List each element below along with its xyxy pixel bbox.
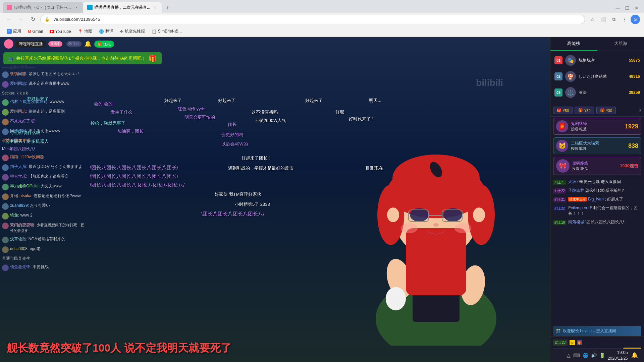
restore-button[interactable]: ❐ — [623, 3, 632, 13]
bookmark-aviation-label: 航空先锋报 — [125, 28, 145, 34]
sg-name-2: 二猫巨伏大喵紊 — [571, 140, 626, 146]
bookmark-star-icon[interactable]: ☆ — [588, 15, 597, 24]
comment-item-1: 幻士21 天涯 0里要开心哦 进入直播间 — [550, 178, 644, 186]
lb-avatar-2: 🍄 — [565, 71, 576, 82]
bookmark-gmail[interactable]: M Gmail — [25, 28, 46, 35]
main-content: 哔哩哔哩直播 直播中 ② 关注 🔔 🎁 送礼 📺 弗拉基米尔马给薯投喂影佐1个盛… — [0, 37, 644, 362]
tray-icon-1[interactable]: △ — [567, 353, 571, 358]
refresh-button[interactable]: ↻ — [28, 15, 38, 24]
gift-btn-50[interactable]: 🎁 ¥50 — [553, 107, 573, 114]
gift-price-1: ¥50 — [563, 109, 569, 113]
tab-1-favicon — [7, 5, 12, 10]
tab-2[interactable]: 哔哩哔哩直播，二次元弹幕直... × — [83, 2, 162, 13]
svg-point-21 — [454, 223, 471, 233]
clock-time: 19:05 — [608, 350, 628, 356]
bookmark-apps-label: 应用 — [13, 28, 21, 34]
forward-button[interactable]: → — [16, 15, 25, 24]
tab-high-energy[interactable]: 高能榜 — [550, 37, 597, 51]
gift-btn-30a[interactable]: 🎁 ¥30 — [575, 107, 594, 114]
big-announcement-text: 舰长数竟然突破了100人 说不定我明天就要死了 — [7, 341, 476, 356]
extensions-icon[interactable]: ⧉ — [609, 15, 619, 24]
expand-gifts-icon[interactable]: › — [639, 107, 641, 114]
bookmark-maps-label: 地图 — [84, 28, 92, 34]
gift-icon-2: 🎁 — [578, 108, 583, 113]
network-icon[interactable]: 🌐 — [583, 353, 588, 358]
sg-avatar-1: 🧧 — [556, 120, 568, 132]
lb-score-1: 55875 — [629, 58, 640, 63]
close-button[interactable]: ✕ — [632, 3, 641, 13]
attention-count: ② 关注 — [66, 41, 82, 47]
scg-info: 鬼咧终绛 投喂 吃瓜 — [572, 161, 617, 171]
gift-button[interactable]: 🎁 送礼 — [94, 41, 114, 48]
special-gift-1: 🧧 鬼咧终绛 投喂 吃瓜 1929 — [553, 118, 641, 135]
system-clock[interactable]: 19:05 2020/11/25 — [608, 350, 628, 361]
bookmark-aviation[interactable]: ✈ 航空先锋报 — [117, 28, 148, 35]
lb-rank-1: 01 — [554, 56, 562, 64]
comment-item-5: 幻士10 雨落樱城 \团长八团长八团长八/ — [550, 218, 644, 227]
scg-name: 鬼咧终绛 — [572, 161, 617, 166]
lb-name-2: しいたけ磨菇菌 — [579, 74, 626, 79]
bookmark-gmail-label: Gmail — [32, 29, 43, 34]
character-svg — [339, 111, 533, 346]
promo-icon: 📺 — [8, 56, 13, 61]
simbrief-icon: 📋 — [152, 29, 157, 34]
tab-fleet[interactable]: 大航海 — [597, 37, 644, 51]
welcome-text: 欢迎舰长 Luvleti... 进入直播间 — [563, 328, 616, 334]
volume-icon[interactable]: 🔊 — [591, 353, 597, 358]
input-row: 幻士23 😊 🎁 — [553, 340, 641, 346]
address-text: live.bilibili.com/21396545 — [52, 17, 100, 22]
bookmark-translate[interactable]: 🌐 翻译 — [96, 28, 116, 35]
aviation-icon: ✈ — [120, 29, 123, 34]
lb-row-3: 03 ⚖️ 泫法 39259 — [553, 86, 641, 99]
tab-1-close[interactable]: × — [74, 5, 79, 10]
profile-button[interactable]: G — [631, 15, 640, 24]
back-button[interactable]: ← — [4, 15, 13, 24]
new-tab-button[interactable]: + — [163, 3, 172, 13]
bookmark-simbrief[interactable]: 📋 SimBrief-虚... — [149, 28, 184, 35]
lb-score-3: 39259 — [629, 90, 640, 95]
bookmark-maps[interactable]: 📍 地图 — [75, 28, 95, 35]
bookmarks-bar: ⠿ 应用 M Gmail YouTube 📍 地图 🌐 翻译 ✈ 航空先锋报 📋… — [0, 26, 644, 37]
gift-btn-30b[interactable]: 🎁 ¥30 — [596, 107, 616, 114]
battery-icon[interactable]: 🔋 — [599, 353, 605, 358]
special-comment-gift: 🎀 鬼咧终绛 投喂 吃瓜 1930连击 — [553, 157, 641, 175]
bookmark-youtube[interactable]: YouTube — [47, 28, 74, 35]
tab-1[interactable]: 哔哩哔哩('・ω・`)つ口 千杯~--bili... × — [3, 2, 83, 13]
ci-level-5: 幻士10 — [553, 220, 566, 225]
bookmark-apps[interactable]: ⠿ 应用 — [4, 28, 24, 35]
apps-icon: ⠿ — [7, 29, 12, 34]
notifications-button[interactable]: 🔔 — [631, 351, 639, 359]
ci-text-3: 炎龙中王者Big_Ivan ; 好起来了 — [568, 196, 623, 202]
bookmark-simbrief-label: SimBrief-虚... — [158, 28, 182, 34]
lb-score-2: 48316 — [629, 74, 640, 79]
lb-row-2: 02 🍄 しいたけ磨菇菌 48316 — [553, 70, 641, 83]
scg-avatar: 🎀 — [556, 159, 570, 173]
welcome-icon: 🎊 — [556, 329, 561, 334]
user-level-badge: 幻士23 — [553, 340, 568, 346]
channel-name-badge: 哔哩哔哩直播 — [16, 41, 46, 48]
tray-icon-2[interactable]: ⌨ — [573, 353, 580, 358]
character-area — [339, 111, 533, 346]
bell-icon[interactable]: 🔔 — [84, 40, 92, 48]
promo-banner[interactable]: 📺 弗拉基米尔马给薯投喂影佐1个盛典小电视，点击前往TA的房间吧！ 🎁 — [3, 52, 162, 64]
lb-row-1: 01 🎭 坑炯坑谢 55875 — [553, 54, 641, 67]
comment-list: 幻士21 天涯 0里要开心哦 进入直播间 幻士22 子绝四辞 怎么打sc吃瓜不断… — [550, 176, 644, 325]
sg-info-1: 鬼咧终绛 投喂 吃瓜 — [571, 121, 622, 132]
gift-buttons-row: 🎁 ¥50 🎁 ¥30 🎁 ¥30 › — [550, 105, 644, 117]
svg-point-13 — [473, 207, 485, 222]
scg-count: 1930连击 — [620, 163, 638, 169]
lb-avatar-3: ⚖️ — [565, 87, 576, 98]
comment-item-4: 幻士22 EvilemperorF 我们会一直陪着你的，团长！！！ — [550, 204, 644, 218]
nav-actions: ☆ ⬜ ⧉ ⋮ G — [588, 15, 640, 24]
scg-action: 投喂 吃瓜 — [572, 166, 617, 171]
ci-text-4: EvilemperorF 我们会一直陪着你的，团长！！！ — [568, 205, 641, 217]
video-area: 哔哩哔哩直播 直播中 ② 关注 🔔 🎁 送礼 📺 弗拉基米尔马给薯投喂影佐1个盛… — [0, 37, 550, 362]
screenshot-icon[interactable]: ⬜ — [598, 15, 608, 24]
address-bar[interactable]: 🔒 live.bilibili.com/21396545 — [40, 15, 585, 24]
emoji-icon: 😊 — [570, 340, 575, 345]
minimize-button[interactable]: ─ — [613, 3, 623, 13]
tab-2-close[interactable]: × — [152, 5, 158, 10]
ci-text-2: 子绝四辞 怎么打sc吃瓜不断的? — [568, 188, 624, 193]
menu-icon[interactable]: ⋮ — [620, 15, 629, 24]
sg-count-1: 1929 — [625, 123, 638, 130]
